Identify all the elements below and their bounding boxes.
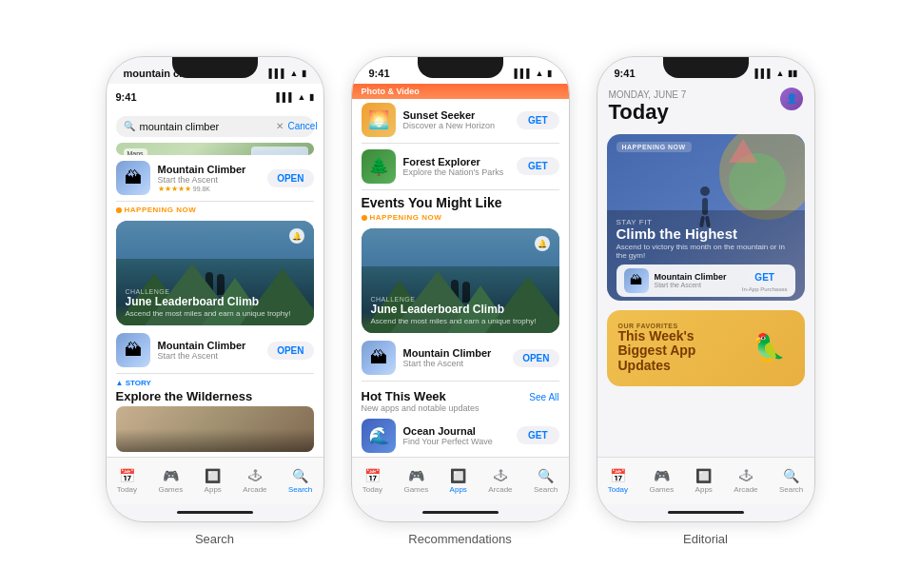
apps-tab-icon-3: 🔲 bbox=[695, 468, 712, 483]
story-section: ▲ STORY Explore the Wilderness bbox=[116, 379, 314, 452]
photo-video-header: Photo & Video bbox=[352, 84, 569, 100]
app-row-forest: 🌲 Forest Explorer Explore the Nation's P… bbox=[362, 149, 559, 184]
story-label: ▲ STORY bbox=[116, 379, 314, 387]
status-icons-rec: ▌▌▌ ▲ ▮ bbox=[514, 69, 551, 78]
battery-rec-icon: ▮ bbox=[547, 69, 552, 78]
hot-section-header: Hot This Week New apps and notable updat… bbox=[362, 389, 559, 413]
happening-badge-1: HAPPENING NOW bbox=[116, 206, 314, 214]
tab-apps-3[interactable]: 🔲Apps bbox=[695, 468, 713, 494]
inline-get-button[interactable]: GET bbox=[745, 269, 784, 285]
forest-name: Forest Explorer bbox=[403, 156, 509, 167]
mountain-sub-2: Start the Ascent bbox=[158, 351, 261, 361]
status-bar2-search: 9:41 ▌▌▌ ▲ ▮ bbox=[107, 84, 323, 110]
clock-search: 9:41 bbox=[116, 91, 137, 103]
phone-editorial-wrapper: 9:41 ▌▌▌ ▲ ▮▮ MONDAY, JUNE 7 Today 👤 bbox=[597, 56, 815, 552]
status-icons-ed: ▌▌▌ ▲ ▮▮ bbox=[754, 69, 796, 78]
challenge-card-1: 🔔 CHALLENGE June Leaderboard Climb Ascen… bbox=[116, 221, 314, 325]
tab-search-1[interactable]: 🔍Search bbox=[288, 468, 312, 494]
in-app-note: In-App Purchases bbox=[742, 286, 788, 292]
phones-container: mountain climber ▌▌▌ ▲ ▮ 9:41 ▌▌▌ ▲ ▮ bbox=[87, 37, 834, 552]
sunset-get-button[interactable]: GET bbox=[517, 111, 559, 129]
today-avatar[interactable]: 👤 bbox=[780, 88, 803, 110]
tab-apps-label-2: Apps bbox=[450, 485, 467, 494]
today-tab-icon-1: 📅 bbox=[119, 468, 135, 483]
today-card-blue: HAPPENING NOW STAY FIT Climb the Highest… bbox=[607, 134, 805, 301]
search-input[interactable] bbox=[140, 121, 271, 132]
tab-games-1[interactable]: 🎮Games bbox=[158, 468, 183, 494]
mountain-app-stars: ★★★★★ 99.8K bbox=[158, 185, 261, 193]
tab-games-2[interactable]: 🎮Games bbox=[403, 468, 428, 494]
signal-rec-icon: ▌▌▌ bbox=[514, 69, 532, 78]
hot-sub: New apps and notable updates bbox=[362, 403, 480, 413]
mountain-open-button-2[interactable]: OPEN bbox=[267, 342, 313, 360]
sunset-name: Sunset Seeker bbox=[403, 109, 509, 121]
ocean-icon: 🌊 bbox=[362, 419, 396, 453]
today-date: MONDAY, JUNE 7 bbox=[609, 89, 803, 100]
phone-recommendations-wrapper: 9:41 ▌▌▌ ▲ ▮ Photo & Video 🌅 Sunset Seek bbox=[351, 56, 570, 552]
tab-search-3[interactable]: 🔍Search bbox=[779, 468, 803, 494]
story-title: Explore the Wilderness bbox=[116, 389, 314, 403]
sky-overlay-2 bbox=[362, 228, 559, 266]
story-image bbox=[116, 406, 314, 452]
challenge-label-1: CHALLENGE bbox=[126, 288, 304, 295]
challenge-text-2: CHALLENGE June Leaderboard Climb Ascend … bbox=[371, 296, 550, 325]
bell-icon-1[interactable]: 🔔 bbox=[289, 228, 304, 244]
challenge-card-2: 🔔 CHALLENGE June Leaderboard Climb Ascen… bbox=[362, 228, 559, 333]
forest-info: Forest Explorer Explore the Nation's Par… bbox=[403, 156, 509, 177]
app-row-sunset: 🌅 Sunset Seeker Discover a New Horizon G… bbox=[362, 103, 559, 137]
arcade-tab-icon-2: 🕹 bbox=[494, 468, 507, 483]
app-row-ocean: 🌊 Ocean Journal Find Your Perfect Wave G… bbox=[362, 419, 559, 453]
time-rec: 9:41 bbox=[369, 68, 390, 79]
see-all-button[interactable]: See All bbox=[529, 392, 558, 402]
tab-today-label-1: Today bbox=[117, 485, 137, 494]
tab-today-label-3: Today bbox=[608, 485, 628, 494]
phone-editorial: 9:41 ▌▌▌ ▲ ▮▮ MONDAY, JUNE 7 Today 👤 bbox=[597, 56, 815, 522]
climb-desc: Ascend to victory this month on the moun… bbox=[617, 243, 795, 260]
wifi-icon: ▲ bbox=[290, 69, 299, 78]
tab-today-label-2: Today bbox=[362, 485, 382, 494]
map-inset bbox=[251, 147, 308, 156]
home-bar-line-3 bbox=[668, 511, 744, 514]
forest-get-button[interactable]: GET bbox=[517, 157, 559, 175]
challenge-title-2: June Leaderboard Climb bbox=[371, 303, 550, 316]
clear-icon[interactable]: ✕ bbox=[276, 121, 284, 131]
search-tab-icon-3: 🔍 bbox=[783, 468, 799, 483]
tab-apps-1[interactable]: 🔲Apps bbox=[205, 468, 222, 494]
tab-arcade-3[interactable]: 🕹Arcade bbox=[734, 468, 757, 494]
tab-arcade-1[interactable]: 🕹Arcade bbox=[243, 468, 266, 494]
tab-games-3[interactable]: 🎮Games bbox=[649, 468, 674, 494]
cancel-button[interactable]: Cancel bbox=[288, 121, 318, 131]
search-tab-icon-2: 🔍 bbox=[538, 468, 554, 483]
home-bar-line-1 bbox=[177, 511, 253, 514]
bird-icon: 🦜 bbox=[753, 332, 786, 363]
today-header: MONDAY, JUNE 7 Today 👤 bbox=[597, 84, 814, 128]
tab-bar-search: 📅Today 🎮Games 🔲Apps 🕹Arcade 🔍Search bbox=[107, 457, 323, 504]
search-bar[interactable]: 🔍 ✕ Cancel bbox=[116, 116, 314, 137]
screen-ed: MONDAY, JUNE 7 Today 👤 HAPPENING NOW STA… bbox=[597, 84, 814, 457]
mountain-open-button[interactable]: OPEN bbox=[267, 169, 313, 187]
phone-recommendations: 9:41 ▌▌▌ ▲ ▮ Photo & Video 🌅 Sunset Seek bbox=[351, 56, 570, 522]
today-tab-icon-2: 📅 bbox=[364, 468, 381, 483]
home-bar-line-2 bbox=[422, 511, 499, 514]
bell-icon-2[interactable]: 🔔 bbox=[535, 236, 550, 251]
tab-today-2[interactable]: 📅Today bbox=[362, 468, 382, 494]
ocean-get-button[interactable]: GET bbox=[517, 426, 559, 444]
phone-label-1: Search bbox=[195, 532, 234, 552]
mountain-inline-icon: 🏔 bbox=[624, 268, 649, 293]
tab-apps-2[interactable]: 🔲Apps bbox=[450, 468, 467, 494]
ocean-sub: Find Your Perfect Wave bbox=[403, 437, 509, 446]
notch-rec bbox=[418, 57, 503, 78]
tab-arcade-2[interactable]: 🕹Arcade bbox=[488, 468, 512, 494]
tab-today-3[interactable]: 📅Today bbox=[608, 468, 628, 494]
tab-today-1[interactable]: 📅Today bbox=[117, 468, 137, 494]
mountain-sub-rec: Start the Ascent bbox=[403, 359, 506, 368]
mountain-open-rec[interactable]: OPEN bbox=[513, 349, 558, 367]
tab-search-2[interactable]: 🔍Search bbox=[534, 468, 558, 494]
phone-search-wrapper: mountain climber ▌▌▌ ▲ ▮ 9:41 ▌▌▌ ▲ ▮ bbox=[106, 56, 324, 552]
mountain-app-info: Mountain Climber Start the Ascent ★★★★★ … bbox=[158, 164, 261, 193]
happening-badge-2: HAPPENING NOW bbox=[362, 213, 559, 222]
screen-search: 🔍 ✕ Cancel Maps 🏔 Mountain Climber Start… bbox=[107, 110, 323, 457]
sunset-sub: Discover a New Horizon bbox=[403, 121, 509, 130]
challenge-text-1: CHALLENGE June Leaderboard Climb Ascend … bbox=[126, 288, 304, 318]
happening-badge-card: HAPPENING NOW bbox=[617, 142, 692, 152]
